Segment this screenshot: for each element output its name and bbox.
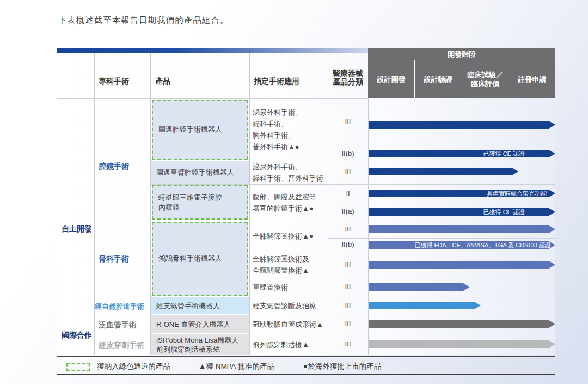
legend-label: 獲納入綠色通道的產品 — [97, 362, 170, 370]
legend-nmpa-approved: ▲獲 NMPA 批准的產品 — [199, 362, 274, 371]
colhead-product: 產品 — [155, 77, 170, 87]
application-cell: 冠狀動脈血管成形術▲ — [249, 315, 328, 334]
class-cell: III — [328, 320, 368, 328]
application-cell: 全膝關節置換術及 全髖關節置換術▲ — [249, 252, 328, 278]
stage-col-registration: 註冊申請 — [509, 60, 555, 98]
class-cell: III — [328, 118, 368, 126]
class-cell: II(a) — [328, 207, 368, 216]
application-cell: 全膝關節置換術▲● — [249, 221, 328, 252]
legend-label: 獲 NMPA 批准的產品 — [206, 362, 274, 370]
product-bronchoscopic-robot: 經支氣管手術機器人 — [151, 297, 249, 314]
application-cell: 腹部、胸腔及盆腔等 器官的腔鏡手術▲● — [249, 184, 328, 221]
progress-arrow: 已獲得 CE 認證 — [369, 150, 555, 157]
progress-arrow — [369, 225, 555, 233]
product-dragonfly-eye: 蜻蜓眼三維電子腹腔 內窺鏡 — [152, 185, 248, 220]
circle-icon: ● — [303, 362, 308, 370]
class-cell: III — [328, 340, 368, 349]
legend-overseas-approved: ●於海外獲批上市的產品 — [303, 362, 381, 371]
application-cell: 單髁置換術 — [249, 278, 328, 297]
product-r-one: R-ONE 血管介入機器人 — [151, 315, 249, 333]
colhead-specialty: 專科手術 — [99, 77, 129, 87]
progress-arrow — [369, 302, 481, 309]
legend-bottom-rule — [57, 374, 555, 375]
stage-col-design-dev: 設計開發 — [368, 60, 414, 98]
progress-arrow: 已獲得 CE 認證 — [369, 208, 555, 216]
class-cell: III — [328, 301, 368, 310]
progress-arrow — [369, 320, 555, 328]
class-cell: II — [328, 189, 368, 198]
legend-top-rule — [57, 356, 555, 357]
class-cell: II(b) — [328, 149, 368, 158]
progress-arrow — [369, 168, 518, 175]
class-cell: II(b) — [328, 240, 368, 249]
colhead-device-class: 醫療器械 產品分類 — [328, 69, 368, 86]
stage-col-design-verify: 設計驗證 — [415, 60, 461, 98]
gridline — [328, 238, 555, 239]
product-toumai: 圖邁腔鏡手術機器人 — [152, 100, 248, 160]
product-toumai-single-arm: 圖邁單臂腔鏡手術機器人 — [151, 161, 249, 184]
class-cell: III — [328, 168, 368, 176]
legend-label: 於海外獲批上市的產品 — [308, 362, 381, 370]
gridline — [368, 98, 369, 355]
stage-header: 開發階段 設計開發 設計驗證 臨床試驗／ 臨床評價 註冊申請 — [368, 48, 555, 98]
gridline — [328, 147, 555, 147]
progress-arrow — [369, 121, 555, 129]
application-cell: 前列腺穿刺活檢▲ — [249, 334, 328, 355]
green-channel-swatch-icon — [66, 363, 90, 371]
specialty-panvascular: 泛血管手術 — [99, 320, 137, 330]
gridline — [150, 184, 555, 185]
class-cell: III — [328, 260, 368, 269]
gridline — [328, 203, 555, 203]
colhead-application: 指定手術應用 — [254, 77, 299, 87]
legend-green-channel: 獲納入綠色通道的產品 — [97, 362, 170, 371]
specialty-laparoscopic: 腔鏡手術 — [99, 162, 129, 172]
header-gradient-bar — [57, 48, 368, 53]
progress-arrow: 具備實時融合螢光功能 — [369, 190, 555, 197]
triangle-icon: ▲ — [199, 362, 206, 370]
class-cell: III — [328, 225, 368, 234]
specialty-orthopedic: 骨科手術 — [99, 254, 129, 264]
progress-arrow — [369, 283, 470, 291]
group-label-international: 國際合作 — [62, 331, 92, 340]
specialty-natural-orifice: 經自然腔道手術 — [95, 302, 144, 312]
progress-arrow — [369, 261, 555, 269]
product-mona-lisa: iSR'obot Mona Lisa機器人 前列腺穿刺活檢系統 — [151, 334, 249, 355]
stage-col-clinical: 臨床試驗／ 臨床評價 — [462, 60, 509, 98]
progress-arrow: 已獲得 FDA、CE、ANVISA、TGA 及 CDSCO 認證 — [369, 241, 555, 249]
application-cell: 泌尿外科手術、 婦科手術、 胸外科手術、 普外科手術▲● — [249, 98, 328, 161]
stage-header-title: 開發階段 — [368, 48, 555, 60]
class-cell: III — [328, 283, 368, 291]
progress-arrow — [369, 340, 555, 348]
product-honghu: 鴻鵠骨科手術機器人 — [152, 222, 248, 296]
group-label-self-developed: 自主開發 — [62, 224, 92, 234]
gridline — [555, 98, 555, 355]
application-cell: 經支氣管診斷及治療 — [249, 297, 328, 315]
stage-header-columns: 設計開發 設計驗證 臨床試驗／ 臨床評價 註冊申請 — [368, 60, 555, 98]
intro-text: 下表概述截至本報告日期我們的產品組合。 — [58, 15, 229, 26]
specialty-percutaneous: 經皮穿刺手術 — [99, 340, 144, 350]
application-cell: 泌尿外科手術、 婦科手術、普外科手術 — [249, 161, 328, 184]
